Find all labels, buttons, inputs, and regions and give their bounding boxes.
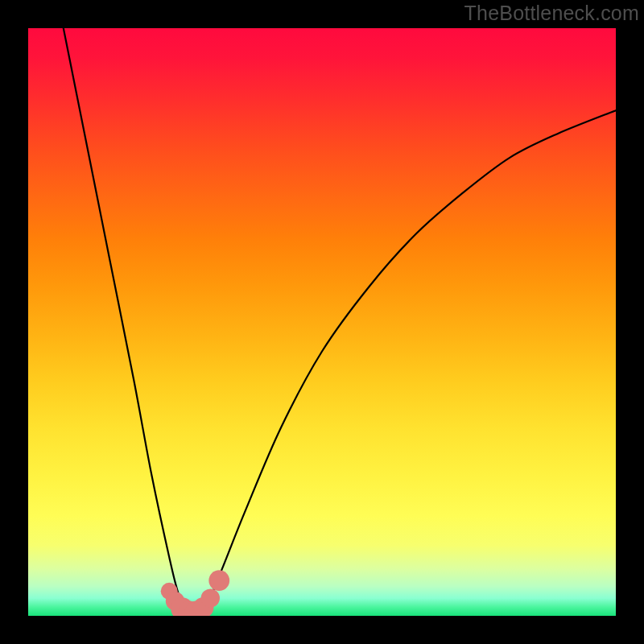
- plot-area: [28, 28, 616, 616]
- watermark-text: TheBottleneck.com: [464, 2, 639, 25]
- valley-marker: [201, 588, 220, 607]
- series-line: [64, 28, 616, 616]
- valley-markers: [161, 570, 229, 616]
- valley-marker: [208, 570, 229, 591]
- chart-frame: TheBottleneck.com: [0, 0, 644, 644]
- bottleneck-curve-path: [64, 28, 616, 616]
- chart-svg: [28, 28, 616, 616]
